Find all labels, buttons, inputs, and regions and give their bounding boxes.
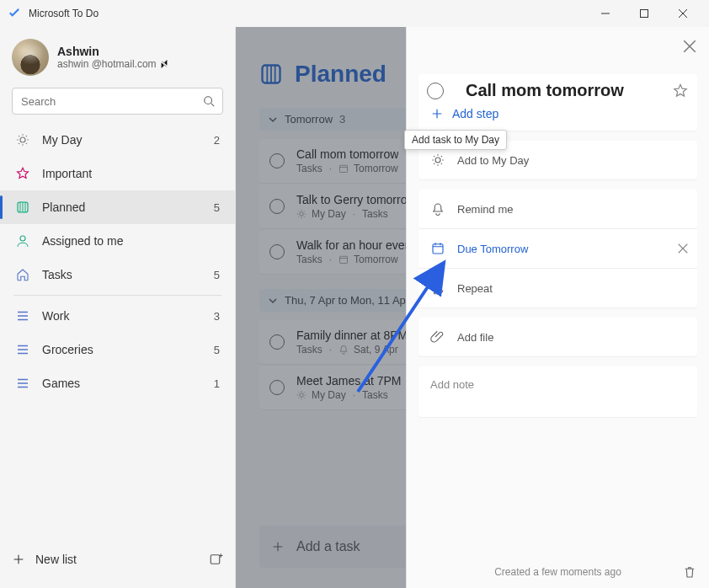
sidebar-item-myday[interactable]: My Day 2 — [0, 123, 235, 157]
star-icon — [15, 166, 30, 181]
sidebar-item-tasks[interactable]: Tasks 5 — [0, 258, 235, 291]
sidebar-item-important[interactable]: Important — [0, 157, 235, 190]
profile-email: ashwin @hotmail.com — [57, 58, 168, 70]
app-logo-icon — [7, 6, 22, 21]
created-label: Created a few moments ago — [494, 566, 621, 578]
svg-rect-12 — [433, 244, 443, 254]
maximize-button[interactable] — [625, 0, 664, 27]
row-label: Add file — [457, 331, 689, 344]
sidebar-list-groceries[interactable]: Groceries 5 — [0, 333, 235, 366]
sidebar-item-label: Assigned to me — [42, 234, 220, 248]
plus-icon — [430, 107, 444, 120]
row-label: Due Tomorrow — [457, 243, 665, 255]
detail-title-row: Call mom tomorrow — [418, 74, 697, 100]
sidebar-item-planned[interactable]: Planned 5 — [0, 190, 235, 224]
sidebar-item-count: 5 — [214, 201, 220, 214]
profile-name: Ashwin — [57, 45, 168, 58]
sun-icon — [430, 152, 445, 168]
importance-star-button[interactable] — [672, 83, 689, 99]
attachment-icon — [430, 329, 445, 345]
searchbox — [12, 88, 223, 115]
sidebar-item-count: 1 — [214, 377, 220, 390]
new-group-button[interactable] — [200, 543, 233, 576]
svg-point-1 — [205, 97, 212, 104]
remind-me-button[interactable]: Remind me — [418, 190, 697, 228]
sidebar-list-games[interactable]: Games 1 — [0, 366, 235, 400]
sidebar-item-count: 5 — [214, 269, 220, 281]
user-icon — [15, 233, 30, 249]
account-chevron-icon — [160, 60, 168, 68]
calendar-icon — [430, 241, 445, 256]
sidebar-item-assigned[interactable]: Assigned to me — [0, 224, 235, 258]
tooltip: Add task to My Day — [404, 130, 507, 150]
repeat-button[interactable]: Repeat — [418, 268, 697, 307]
detail-footer: Created a few moments ago — [407, 556, 709, 588]
repeat-icon — [430, 281, 445, 296]
clear-due-button[interactable] — [677, 243, 689, 254]
titlebar: Microsoft To Do — [0, 0, 709, 27]
minimize-button[interactable] — [586, 0, 625, 27]
close-button[interactable] — [664, 0, 702, 27]
task-detail-panel: Call mom tomorrow Add step Add to My Day — [406, 27, 709, 588]
add-file-button[interactable]: Add file — [418, 318, 697, 356]
sidebar-item-label: Tasks — [42, 268, 214, 281]
sun-icon — [15, 132, 30, 147]
planned-icon — [15, 200, 30, 215]
nav: My Day 2 Important Planned 5 Assigned to… — [0, 123, 235, 531]
sidebar: Ashwin ashwin @hotmail.com My Day 2 Impo… — [0, 27, 236, 588]
sidebar-item-label: Work — [42, 309, 214, 323]
row-label: Repeat — [457, 282, 689, 295]
sidebar-item-label: Games — [42, 377, 214, 390]
profile-section[interactable]: Ashwin ashwin @hotmail.com — [0, 27, 235, 84]
add-step-label: Add step — [452, 107, 498, 120]
search-input[interactable] — [12, 88, 223, 115]
list-icon — [15, 342, 30, 357]
due-date-button[interactable]: Due Tomorrow — [418, 228, 697, 268]
nav-divider — [13, 295, 221, 296]
svg-point-11 — [435, 158, 440, 163]
sidebar-item-label: Planned — [42, 200, 214, 214]
new-group-icon — [209, 552, 224, 567]
window-controls — [586, 0, 702, 27]
avatar — [12, 39, 49, 76]
detail-title[interactable]: Call mom tomorrow — [466, 81, 662, 100]
list-icon — [15, 308, 30, 323]
note-placeholder: Add note — [430, 378, 474, 391]
sidebar-item-count: 3 — [214, 310, 220, 323]
main-area: Planned Tomorrow 3 Call mom tomorrow Tas… — [236, 27, 709, 588]
svg-rect-5 — [211, 555, 220, 564]
new-list-label: New list — [35, 553, 77, 566]
list-icon — [15, 376, 30, 391]
plus-icon — [12, 553, 25, 566]
svg-point-4 — [20, 236, 25, 241]
new-list-button[interactable]: New list — [12, 553, 200, 566]
detail-complete-radio[interactable] — [427, 83, 444, 99]
sidebar-item-count: 5 — [214, 344, 220, 356]
note-input[interactable]: Add note — [418, 366, 697, 417]
home-icon — [15, 267, 30, 282]
add-step-button[interactable]: Add step — [418, 100, 697, 131]
sidebar-list-work[interactable]: Work 3 — [0, 299, 235, 333]
sidebar-item-label: Important — [42, 167, 220, 180]
row-label: Remind me — [457, 203, 689, 216]
tooltip-text: Add task to My Day — [412, 134, 499, 146]
close-panel-button[interactable] — [682, 39, 697, 54]
window-title: Microsoft To Do — [29, 8, 586, 19]
search-icon — [203, 95, 215, 107]
sidebar-item-count: 2 — [214, 134, 220, 147]
row-label: Add to My Day — [457, 154, 689, 167]
sidebar-footer: New list — [0, 531, 235, 588]
sidebar-item-label: My Day — [42, 133, 214, 147]
sidebar-item-label: Groceries — [42, 343, 214, 356]
delete-task-button[interactable] — [682, 564, 697, 580]
svg-rect-0 — [641, 10, 648, 18]
bell-icon — [430, 201, 445, 216]
svg-point-2 — [20, 137, 25, 142]
